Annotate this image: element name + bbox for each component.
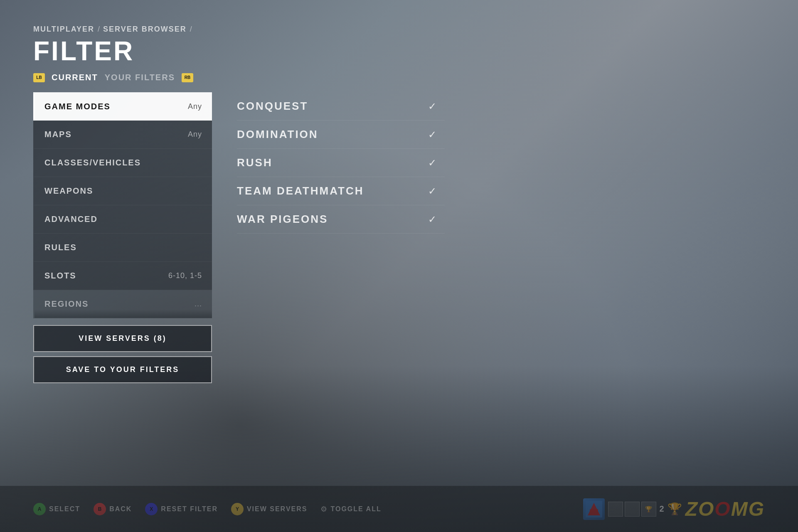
left-panel: GAME MODES Any MAPS Any CLASSES/VEHICLES… — [33, 92, 212, 383]
game-mode-domination[interactable]: DOMINATION ✓ — [237, 121, 445, 149]
game-mode-conquest[interactable]: CONQUEST ✓ — [237, 92, 445, 121]
view-servers-button[interactable]: VIEW SERVERS (8) — [33, 325, 212, 352]
game-mode-war-pigeons[interactable]: WAR PIGEONS ✓ — [237, 205, 445, 234]
menu-item-game-modes[interactable]: GAME MODES Any — [33, 92, 212, 121]
right-panel: CONQUEST ✓ DOMINATION ✓ RUSH ✓ TEAM DEAT… — [212, 92, 765, 234]
breadcrumb-multiplayer: MULTIPLAYER — [33, 25, 94, 34]
weapons-label: WEAPONS — [44, 186, 93, 196]
team-deathmatch-label: TEAM DEATHMATCH — [237, 185, 364, 197]
button-group: VIEW SERVERS (8) SAVE TO YOUR FILTERS — [33, 325, 212, 383]
menu-item-weapons[interactable]: WEAPONS — [33, 177, 212, 205]
maps-label: MAPS — [44, 130, 72, 139]
your-filters-tab-icon: RB — [182, 73, 193, 82]
breadcrumb-server-browser: SERVER BROWSER — [103, 25, 187, 34]
menu-list: GAME MODES Any MAPS Any CLASSES/VEHICLES… — [33, 92, 212, 318]
your-filters-tab[interactable]: YOUR FILTERS — [105, 73, 175, 82]
current-tab[interactable]: CURRENT — [52, 73, 98, 82]
main-layout: GAME MODES Any MAPS Any CLASSES/VEHICLES… — [33, 92, 765, 383]
menu-item-rules[interactable]: RULES — [33, 234, 212, 262]
menu-item-slots[interactable]: SLOTS 6-10, 1-5 — [33, 262, 212, 290]
menu-item-advanced[interactable]: ADVANCED — [33, 205, 212, 234]
game-mode-list: CONQUEST ✓ DOMINATION ✓ RUSH ✓ TEAM DEAT… — [237, 92, 765, 234]
slots-label: SLOTS — [44, 271, 76, 281]
breadcrumb: MULTIPLAYER / SERVER BROWSER / — [33, 25, 765, 34]
save-filters-button[interactable]: SAVE TO YOUR FILTERS — [33, 356, 212, 383]
classes-label: CLASSES/VEHICLES — [44, 158, 141, 167]
game-modes-label: GAME MODES — [44, 102, 111, 111]
game-mode-team-deathmatch[interactable]: TEAM DEATHMATCH ✓ — [237, 177, 445, 205]
page-title: FILTER — [33, 38, 765, 64]
game-mode-rush[interactable]: RUSH ✓ — [237, 149, 445, 177]
game-modes-value: Any — [188, 102, 202, 111]
domination-check: ✓ — [428, 129, 436, 140]
regions-label: REGIONS — [44, 299, 89, 309]
filter-tabs: LB CURRENT YOUR FILTERS RB — [33, 73, 765, 82]
advanced-label: ADVANCED — [44, 214, 98, 224]
regions-value: ... — [195, 300, 202, 308]
team-deathmatch-check: ✓ — [428, 185, 436, 197]
menu-item-regions[interactable]: REGIONS ... — [33, 290, 212, 318]
slots-value: 6-10, 1-5 — [168, 271, 202, 280]
current-tab-icon: LB — [33, 73, 45, 82]
rush-label: RUSH — [237, 156, 273, 169]
war-pigeons-check: ✓ — [428, 214, 436, 225]
main-content: MULTIPLAYER / SERVER BROWSER / FILTER LB… — [0, 0, 798, 532]
rules-label: RULES — [44, 243, 77, 252]
domination-label: DOMINATION — [237, 128, 318, 141]
menu-item-maps[interactable]: MAPS Any — [33, 121, 212, 149]
conquest-check: ✓ — [428, 101, 436, 112]
war-pigeons-label: WAR PIGEONS — [237, 213, 328, 226]
rush-check: ✓ — [428, 157, 436, 169]
conquest-label: CONQUEST — [237, 100, 308, 113]
menu-item-classes[interactable]: CLASSES/VEHICLES — [33, 149, 212, 177]
maps-value: Any — [188, 130, 202, 139]
